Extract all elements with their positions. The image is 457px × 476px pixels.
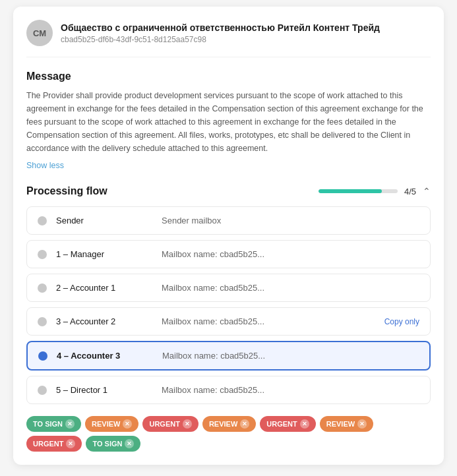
flow-item-detail: Sender mailbox [162,216,419,225]
flow-item-name: 2 – Accounter 1 [56,283,162,293]
flow-item[interactable]: 4 – Accounter 3Mailbox name: cbad5b25... [26,341,431,371]
tag-label: URGENT [33,440,63,448]
tags-bar: TO SIGN✕REVIEW✕URGENT✕REVIEW✕URGENT✕REVI… [26,416,431,452]
flow-item-detail: Mailbox name: cbad5b25... [162,316,384,326]
flow-dot [38,351,47,361]
tag-label: REVIEW [209,420,237,428]
flow-dot [38,250,47,259]
flow-item-name: 3 – Accounter 2 [56,316,162,326]
tag-review[interactable]: REVIEW✕ [202,416,256,432]
flow-item-name: 5 – Director 1 [56,385,162,395]
flow-item-name: 4 – Accounter 3 [57,351,162,361]
flow-item[interactable]: 1 – ManagerMailbox name: cbad5b25... [26,240,431,268]
flow-dot [38,283,47,293]
progress-fill [319,189,382,193]
show-less-link[interactable]: Show less [26,161,64,170]
tag-urgent[interactable]: URGENT✕ [260,416,315,432]
flow-item[interactable]: 5 – Director 1Mailbox name: cbad5b25... [26,376,431,404]
avatar: CM [26,20,53,46]
flow-item-detail: Mailbox name: cbad5b25... [162,385,419,395]
progress-label: 4/5 [404,187,416,196]
header: CM Общаество с ограниченной ответственно… [26,20,431,57]
tag-label: REVIEW [92,420,120,428]
header-info: Общаество с ограниченной ответственность… [61,22,380,44]
flow-item-badge: Copy only [384,317,419,326]
tag-label: URGENT [149,420,179,428]
flow-item-name: 1 – Manager [56,249,162,259]
processing-title: Processing flow [26,185,107,197]
tag-urgent[interactable]: URGENT✕ [26,436,82,452]
flow-item[interactable]: SenderSender mailbox [26,206,431,235]
flow-items-list: SenderSender mailbox1 – ManagerMailbox n… [26,206,431,404]
tag-close-icon[interactable]: ✕ [357,419,367,429]
tag-close-icon[interactable]: ✕ [125,439,134,448]
tag-close-icon[interactable]: ✕ [300,419,309,429]
main-card: CM Общаество с ограниченной ответственно… [13,7,444,465]
processing-controls: 4/5 ⌃ [319,186,431,196]
tag-close-icon[interactable]: ✕ [66,439,75,448]
processing-flow-section: Processing flow 4/5 ⌃ SenderSender mailb… [26,185,431,404]
company-name: Общаество с ограниченной ответственность… [61,22,380,34]
tag-to-sign[interactable]: TO SIGN✕ [86,436,140,452]
company-id: cbad5b25-df6b-43df-9c51-8d125aa57c98 [61,35,380,44]
flow-item-name: Sender [56,216,162,225]
message-section: Message The Provider shall provide produ… [26,71,431,171]
chevron-up-icon[interactable]: ⌃ [423,186,431,196]
progress-bar [319,189,398,193]
flow-dot [38,386,47,395]
flow-item-detail: Mailbox name: cbad5b25... [162,283,419,293]
flow-item-detail: Mailbox name: cbad5b25... [162,249,419,259]
message-title: Message [26,71,431,82]
tag-close-icon[interactable]: ✕ [183,419,192,429]
tag-urgent[interactable]: URGENT✕ [142,416,198,432]
message-body: The Provider shall provide product devel… [26,89,431,155]
tag-label: TO SIGN [92,440,122,448]
tag-label: TO SIGN [33,420,63,428]
flow-dot [38,216,47,225]
flow-item[interactable]: 3 – Accounter 2Mailbox name: cbad5b25...… [26,307,431,336]
tag-close-icon[interactable]: ✕ [123,419,132,429]
processing-header: Processing flow 4/5 ⌃ [26,185,431,197]
tag-review[interactable]: REVIEW✕ [85,416,138,432]
flow-item[interactable]: 2 – Accounter 1Mailbox name: cbad5b25... [26,274,431,302]
tag-close-icon[interactable]: ✕ [65,419,75,429]
flow-dot [38,317,47,326]
tag-review[interactable]: REVIEW✕ [320,416,373,432]
tag-to-sign[interactable]: TO SIGN✕ [26,416,81,432]
tag-close-icon[interactable]: ✕ [240,419,249,429]
flow-item-detail: Mailbox name: cbad5b25... [162,351,419,361]
tag-label: REVIEW [326,420,355,428]
tag-label: URGENT [266,420,297,428]
